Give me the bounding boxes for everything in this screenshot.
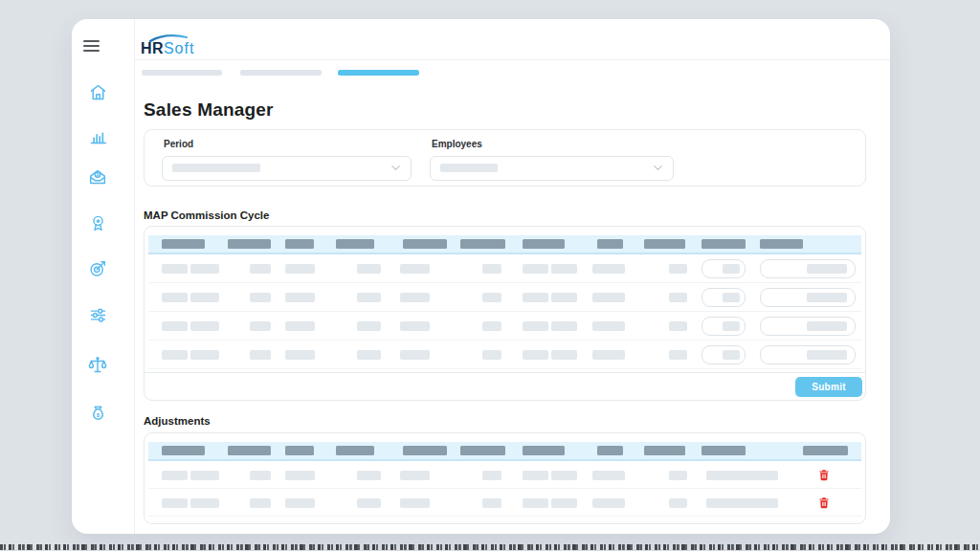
skeleton-bar bbox=[285, 264, 315, 274]
skeleton-bar bbox=[723, 350, 740, 360]
skeleton-bar bbox=[162, 498, 188, 508]
skeleton-bar bbox=[706, 498, 778, 508]
skeleton-bar bbox=[523, 471, 548, 480]
sidebar-item-home[interactable] bbox=[81, 76, 114, 108]
app-logo: HRSoft bbox=[141, 33, 194, 57]
skeleton-bar bbox=[669, 350, 687, 360]
table-row bbox=[148, 461, 861, 489]
commission-amount-input[interactable] bbox=[760, 259, 856, 278]
skeleton-bar bbox=[400, 264, 430, 274]
sidebar-item-awards[interactable] bbox=[81, 207, 114, 239]
skeleton-bar bbox=[702, 239, 746, 249]
skeleton-bar bbox=[400, 293, 430, 302]
bar-chart-icon bbox=[88, 126, 108, 146]
skeleton-bar bbox=[400, 498, 430, 508]
skeleton-bar bbox=[551, 321, 577, 331]
skeleton-bar bbox=[597, 239, 623, 249]
table-row bbox=[148, 283, 861, 312]
step-indicator-1[interactable] bbox=[142, 70, 222, 76]
skeleton-bar bbox=[551, 264, 577, 274]
skeleton-bar bbox=[400, 471, 430, 480]
header-divider bbox=[134, 59, 890, 60]
skeleton-bar bbox=[644, 446, 685, 455]
table-row bbox=[148, 254, 861, 283]
chevron-down-icon bbox=[389, 161, 403, 175]
hamburger-menu-icon[interactable] bbox=[80, 37, 105, 56]
sidebar-item-goals[interactable] bbox=[81, 252, 114, 284]
skeleton-bar bbox=[723, 321, 740, 331]
delete-row-button[interactable] bbox=[816, 496, 832, 511]
skeleton-bar bbox=[482, 350, 501, 360]
home-icon bbox=[88, 82, 108, 102]
delete-row-button[interactable] bbox=[816, 468, 832, 483]
commission-small-input[interactable] bbox=[702, 345, 746, 364]
trash-icon bbox=[817, 496, 831, 510]
skeleton-bar bbox=[592, 264, 625, 274]
commission-section-title: MAP Commission Cycle bbox=[144, 209, 269, 221]
commission-small-input[interactable] bbox=[702, 288, 746, 307]
skeleton-bar bbox=[190, 498, 219, 508]
skeleton-bar bbox=[357, 321, 381, 331]
commission-amount-input[interactable] bbox=[760, 288, 856, 307]
trash-icon bbox=[817, 468, 831, 482]
table-row bbox=[148, 341, 861, 369]
commission-small-input[interactable] bbox=[702, 259, 746, 278]
sidebar-item-reports[interactable] bbox=[81, 120, 114, 152]
skeleton-bar bbox=[285, 350, 315, 360]
skeleton-bar bbox=[592, 498, 625, 508]
skeleton-bar bbox=[460, 239, 505, 249]
page-title: Sales Manager bbox=[144, 99, 274, 121]
skeleton-bar bbox=[551, 498, 577, 508]
commission-amount-input[interactable] bbox=[760, 317, 856, 336]
sidebar-item-settings[interactable] bbox=[81, 298, 114, 331]
skeleton-bar bbox=[357, 293, 381, 302]
commission-amount-input[interactable] bbox=[760, 345, 856, 364]
employees-label: Employees bbox=[432, 139, 482, 149]
sidebar-item-payouts[interactable]: $ bbox=[81, 161, 114, 193]
skeleton-bar bbox=[250, 471, 271, 480]
money-bag-icon: $ bbox=[88, 404, 108, 424]
skeleton-bar bbox=[285, 293, 315, 302]
skeleton-bar bbox=[403, 446, 447, 455]
table-row bbox=[148, 312, 861, 341]
skeleton-bar bbox=[523, 446, 565, 455]
skeleton-bar bbox=[760, 239, 803, 249]
sidebar-item-compensation[interactable]: $ bbox=[81, 397, 114, 430]
skeleton-bar bbox=[592, 471, 625, 480]
skeleton-bar bbox=[190, 293, 219, 302]
commission-small-input[interactable] bbox=[702, 317, 746, 336]
skeleton-bar bbox=[228, 446, 271, 455]
skeleton-bar bbox=[162, 239, 205, 249]
skeleton-bar bbox=[551, 471, 577, 480]
skeleton-bar bbox=[807, 350, 847, 360]
target-arrow-icon bbox=[88, 258, 108, 278]
step-indicator-3-active[interactable] bbox=[338, 70, 419, 76]
commission-table: Submit bbox=[144, 226, 866, 401]
skeleton-bar bbox=[723, 293, 740, 302]
skeleton-bar bbox=[285, 446, 314, 455]
chevron-down-icon bbox=[651, 161, 665, 175]
period-select[interactable] bbox=[162, 156, 412, 181]
filters-panel: Period Employees bbox=[144, 129, 866, 187]
skeleton-bar bbox=[336, 446, 374, 455]
skeleton-bar bbox=[523, 239, 565, 249]
skeleton-bar bbox=[669, 321, 687, 331]
desktop-background: HRSoft $ $ Sales Manager bbox=[0, 0, 980, 551]
employees-select[interactable] bbox=[430, 156, 674, 181]
adjustments-table bbox=[144, 432, 866, 524]
skeleton-bar bbox=[357, 498, 381, 508]
skeleton-bar bbox=[357, 471, 381, 480]
mail-money-icon: $ bbox=[87, 166, 108, 187]
skeleton-bar bbox=[723, 264, 740, 274]
skeleton-bar bbox=[190, 471, 219, 480]
skeleton-bar bbox=[162, 293, 188, 302]
skeleton-bar bbox=[336, 239, 374, 249]
step-indicator-2[interactable] bbox=[240, 70, 322, 76]
skeleton-bar bbox=[228, 239, 271, 249]
sidebar-item-balance[interactable] bbox=[81, 349, 114, 382]
skeleton-bar bbox=[807, 321, 847, 331]
skeleton-bar bbox=[285, 498, 315, 508]
submit-button[interactable]: Submit bbox=[795, 377, 862, 397]
skeleton-bar bbox=[162, 321, 188, 331]
skeleton-bar bbox=[482, 264, 501, 274]
